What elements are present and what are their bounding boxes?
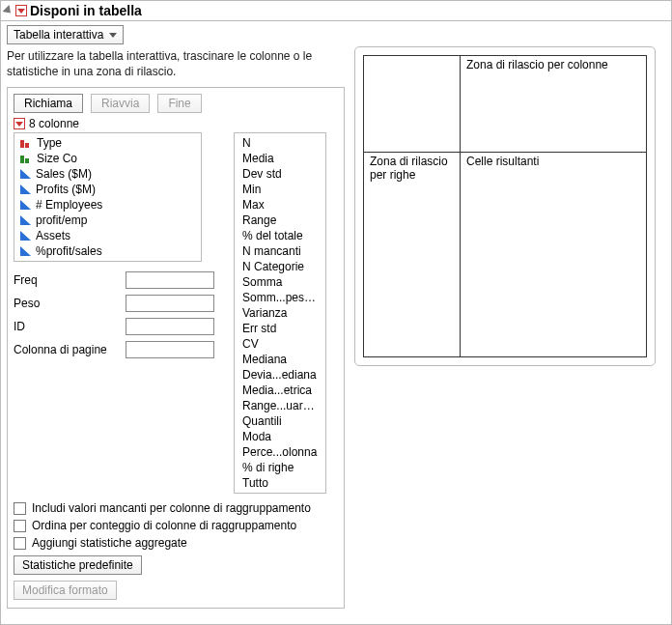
id-label: ID	[14, 320, 126, 333]
tri-blue-icon	[20, 169, 31, 179]
stat-item[interactable]: Media...etrica	[235, 383, 325, 398]
stat-item[interactable]: Moda	[235, 429, 325, 444]
column-label: Assets	[36, 229, 70, 242]
peso-input[interactable]	[126, 295, 214, 312]
columns-list[interactable]: TypeSize CoSales ($M)Profits ($M)# Emplo…	[14, 132, 202, 262]
checkbox-icon	[14, 502, 26, 515]
tri-blue-icon	[20, 246, 31, 256]
page-title: Disponi in tabella	[30, 3, 142, 18]
dropdown-label: Tabella interattiva	[14, 28, 103, 42]
config-panel: Richiama Riavvia Fine 8 colonne TypeSize…	[7, 87, 345, 609]
table-type-dropdown[interactable]: Tabella interattiva	[7, 25, 124, 44]
stat-item[interactable]: Range	[235, 213, 325, 228]
titlebar: Disponi in tabella	[1, 1, 671, 21]
recall-button[interactable]: Richiama	[14, 94, 83, 113]
drop-label: Zona di rilascio per colonne	[466, 58, 608, 71]
column-label: Size Co	[37, 152, 77, 165]
check-aggregate[interactable]: Aggiungi statistiche aggregate	[14, 536, 338, 550]
stat-item[interactable]: % del totale	[235, 228, 325, 243]
column-item[interactable]: %profit/sales	[14, 243, 201, 259]
dropzone-grid: Zona di rilascio per colonne Zona di ril…	[363, 55, 647, 357]
stat-item[interactable]: Tutto	[235, 475, 325, 491]
drop-cells[interactable]: Celle risultanti	[461, 153, 647, 357]
fields-group: Freq Peso ID	[14, 266, 230, 358]
id-input[interactable]	[126, 318, 214, 335]
drop-corner[interactable]	[364, 56, 461, 153]
menu-icon[interactable]	[15, 5, 27, 16]
column-label: Profits ($M)	[36, 183, 96, 196]
column-label: # Employees	[36, 198, 102, 212]
tri-blue-icon	[20, 215, 31, 225]
freq-input[interactable]	[126, 271, 214, 289]
stat-item[interactable]: Devia...ediana	[235, 367, 325, 383]
drop-rows[interactable]: Zona di rilascio per righe	[364, 153, 461, 357]
stat-item[interactable]: % di righe	[235, 460, 325, 475]
stat-item[interactable]: Perce...olonna	[235, 444, 325, 460]
stat-item[interactable]: Somma	[235, 274, 325, 290]
columns-count-label: 8 colonne	[29, 117, 79, 130]
bars-green-icon	[20, 154, 32, 163]
stat-item[interactable]: CV	[235, 336, 325, 352]
column-item[interactable]: Type	[14, 135, 201, 151]
peso-label: Peso	[14, 297, 126, 310]
checkbox-icon	[14, 520, 26, 532]
pagecol-input[interactable]	[126, 341, 214, 358]
stat-item[interactable]: N	[235, 135, 325, 151]
column-item[interactable]: Profits ($M)	[14, 182, 201, 197]
button-row: Richiama Riavvia Fine	[14, 94, 338, 113]
checkbox-group: Includi valori mancanti per colonne di r…	[14, 501, 338, 550]
stat-item[interactable]: Varianza	[235, 305, 325, 321]
drop-columns[interactable]: Zona di rilascio per colonne	[461, 56, 647, 153]
restart-button: Riavvia	[91, 94, 150, 113]
columns-menu-icon[interactable]	[14, 118, 25, 129]
stat-item[interactable]: Media	[235, 151, 325, 166]
finish-button: Fine	[157, 94, 201, 113]
stat-item[interactable]: Err std	[235, 321, 325, 336]
column-item[interactable]: Size Co	[14, 151, 201, 166]
column-item[interactable]: # Employees	[14, 197, 201, 213]
freq-label: Freq	[14, 273, 126, 287]
tri-blue-icon	[20, 231, 31, 241]
column-label: profit/emp	[36, 213, 87, 227]
stat-item[interactable]: Max	[235, 197, 325, 213]
column-label: Type	[37, 136, 62, 150]
stat-item[interactable]: N Categorie	[235, 259, 325, 274]
column-label: %profit/sales	[36, 244, 102, 258]
window: Disponi in tabella Tabella interattiva P…	[0, 0, 672, 625]
stat-item[interactable]: N mancanti	[235, 243, 325, 259]
tri-blue-icon	[20, 200, 31, 210]
check-missing[interactable]: Includi valori mancanti per colonne di r…	[14, 501, 338, 515]
stat-item[interactable]: Quantili	[235, 413, 325, 429]
check-label: Aggiungi statistiche aggregate	[32, 536, 187, 550]
left-column: Tabella interattiva Per utilizzare la ta…	[7, 25, 345, 609]
chevron-down-icon	[109, 33, 117, 38]
checkbox-icon	[14, 537, 26, 550]
statistics-list[interactable]: NMediaDev stdMinMaxRange% del totaleN ma…	[234, 132, 326, 494]
body: Tabella interattiva Per utilizzare la ta…	[1, 21, 671, 614]
check-label: Includi valori mancanti per colonne di r…	[32, 501, 311, 515]
columns-header: 8 colonne	[14, 117, 338, 130]
tri-blue-icon	[20, 185, 31, 194]
stat-item[interactable]: Dev std	[235, 166, 325, 182]
lists-row: TypeSize CoSales ($M)Profits ($M)# Emplo…	[14, 132, 338, 494]
dropzone-panel: Zona di rilascio per colonne Zona di ril…	[354, 46, 656, 366]
help-text: Per utilizzare la tabella interattiva, t…	[7, 48, 345, 79]
default-stats-button[interactable]: Statistiche predefinite	[14, 555, 142, 575]
stat-item[interactable]: Mediana	[235, 352, 325, 367]
check-label: Ordina per conteggio di colonne di raggr…	[32, 519, 296, 532]
bars-red-icon	[20, 138, 32, 148]
column-label: Sales ($M)	[36, 167, 92, 181]
disclosure-icon[interactable]	[2, 5, 14, 16]
stat-item[interactable]: Min	[235, 182, 325, 197]
stat-item[interactable]: Somm...pesata	[235, 290, 325, 305]
edit-format-button: Modifica formato	[14, 581, 117, 600]
column-item[interactable]: Sales ($M)	[14, 166, 201, 182]
check-order[interactable]: Ordina per conteggio di colonne di raggr…	[14, 519, 338, 532]
drop-label: Celle risultanti	[466, 155, 539, 168]
pagecol-label: Colonna di pagine	[14, 343, 126, 356]
drop-label: Zona di rilascio per righe	[370, 155, 448, 182]
column-item[interactable]: Assets	[14, 228, 201, 243]
stat-item[interactable]: Range...uartile	[235, 398, 325, 413]
column-item[interactable]: profit/emp	[14, 213, 201, 228]
